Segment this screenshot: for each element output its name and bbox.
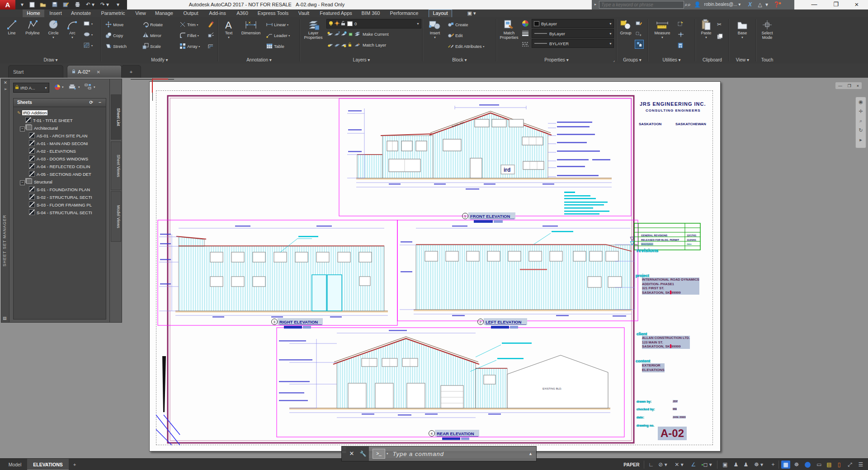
command-recent-dropdown-icon[interactable]: ▾: [387, 452, 388, 456]
dimension-button[interactable]: Dimension: [239, 19, 263, 35]
panel-label-modify[interactable]: Modify ▾: [101, 57, 218, 62]
new-tab-button[interactable]: +: [121, 65, 141, 78]
layer-thaw-icon[interactable]: [335, 21, 340, 27]
client-text[interactable]: ALLAN CONSTRUCTION LTD. 123 MAIN ST. SAS…: [642, 336, 690, 349]
match-properties-button[interactable]: Match Properties: [498, 19, 520, 40]
move-button[interactable]: Move: [105, 20, 123, 29]
rear-elevation-label[interactable]: 4 REAR ELEVATION: [429, 430, 480, 440]
front-elevation-label[interactable]: 1 FRONT ELEVATION: [462, 212, 516, 223]
group-button[interactable]: Group: [618, 19, 634, 35]
tree-item-sheet[interactable]: A-04 - REFLECTED CEILIN: [14, 163, 106, 170]
checked-by-value[interactable]: MB: [673, 408, 677, 410]
workspace-switch-icon[interactable]: ☸: [792, 461, 801, 469]
steering-wheel-icon[interactable]: ◉: [856, 97, 866, 107]
erase-icon[interactable]: [207, 20, 215, 29]
panel-label-groups[interactable]: Groups ▾: [617, 57, 648, 62]
scale-button[interactable]: Scale: [142, 42, 161, 51]
command-line-grip[interactable]: ::::::::::: [342, 446, 346, 461]
signed-in-user[interactable]: robin.beales@... ▾: [702, 0, 743, 9]
isolate-objects-icon[interactable]: ▭: [815, 461, 824, 469]
tree-item-sheet[interactable]: A-05 - SECTIONS AND DET: [14, 170, 106, 178]
command-input[interactable]: Type a command: [393, 451, 444, 457]
refresh-sheet-set-icon[interactable]: [54, 84, 61, 93]
paper-space-toggle[interactable]: PAPER: [621, 459, 642, 470]
linear-button[interactable]: Linear ▾: [266, 20, 288, 29]
sheet-selections-icon[interactable]: [85, 84, 92, 92]
block-edit-button[interactable]: Edit: [447, 31, 462, 40]
a360-connect-icon[interactable]: △: [756, 0, 764, 9]
publish-icon[interactable]: [68, 84, 76, 92]
layer-properties-button[interactable]: Layer Properties: [302, 19, 325, 40]
panel-label-block[interactable]: Block ▾: [423, 57, 496, 62]
mirror-button[interactable]: Mirror: [142, 31, 161, 40]
quick-calc-status-icon[interactable]: ▦: [781, 461, 790, 469]
palette-close-icon[interactable]: ✕: [1, 79, 9, 85]
tab-sheet-views[interactable]: Sheet Views: [111, 141, 121, 190]
tab-model-views[interactable]: Model Views: [111, 191, 121, 242]
quick-calc-icon[interactable]: [678, 41, 683, 50]
drawing-canvas[interactable]: ird SLOPE 4/12: [0, 78, 868, 458]
rotate-button[interactable]: Rotate: [142, 20, 163, 29]
group-selection-toggle-icon[interactable]: [635, 40, 644, 49]
doc-restore-icon[interactable]: ❐: [848, 84, 851, 88]
tree-item-sheet[interactable]: S-01 - FOUNDATION PLAN: [14, 186, 106, 193]
doc-minimize-icon[interactable]: —: [838, 84, 842, 88]
line-button[interactable]: Line: [3, 19, 21, 35]
group-edit-icon[interactable]: +: [636, 30, 642, 39]
match-layer-button[interactable]: Match Layer: [327, 40, 386, 49]
tab-manage[interactable]: Manage: [153, 9, 175, 17]
layer-select-dropdown[interactable]: 0 ▼: [326, 19, 421, 28]
lineweight-dropdown[interactable]: ByLayer▼: [532, 29, 614, 38]
color-wheel-icon[interactable]: [522, 19, 529, 28]
tree-item-subset-architectural[interactable]: −Architectural: [14, 124, 106, 132]
palette-pin-icon[interactable]: ➢: [1, 85, 9, 91]
command-history-icon[interactable]: ▲: [528, 451, 533, 456]
panel-label-layers[interactable]: Layers ▾: [300, 57, 423, 62]
tab-vault[interactable]: Vault: [295, 9, 313, 17]
copy-button[interactable]: Copy: [105, 31, 123, 40]
layer-dropdown-arrow-icon[interactable]: ▼: [416, 22, 421, 25]
arc-button[interactable]: Arc▼: [64, 19, 80, 40]
tab-annotate[interactable]: Annotate: [68, 9, 94, 17]
polyline-button[interactable]: Polyline: [23, 19, 42, 35]
customization-menu-icon[interactable]: ☰: [856, 461, 865, 469]
linetype-dropdown[interactable]: BYLAYER▼: [532, 39, 614, 48]
tree-item-subset-structural[interactable]: −Structural: [14, 178, 106, 186]
command-customize-icon[interactable]: 🔧: [357, 446, 369, 461]
tree-item-sheet[interactable]: A-01 - MAIN AND SECONI: [14, 140, 106, 147]
panel-label-view[interactable]: View ▾: [729, 57, 756, 62]
publish-dropdown-icon[interactable]: ▾: [78, 85, 80, 89]
panel-label-properties[interactable]: Properties ▾ ⌟: [496, 57, 617, 62]
annotation-visibility-icon[interactable]: ▣: [721, 461, 730, 469]
make-current-button[interactable]: Make Current: [327, 29, 389, 38]
layout-tab-elevations[interactable]: ELEVATIONS: [27, 459, 69, 470]
layer-on-icon[interactable]: [329, 21, 333, 27]
tab-add-ins[interactable]: Add-ins: [206, 9, 229, 17]
model-tab[interactable]: Model: [4, 459, 26, 470]
selections-dropdown-icon[interactable]: ▾: [94, 85, 95, 89]
panel-label-draw[interactable]: Draw ▾: [0, 57, 101, 62]
lock-ui-icon[interactable]: ▤: [825, 461, 834, 469]
command-close-icon[interactable]: ✕: [346, 446, 357, 461]
tab-output[interactable]: Output: [180, 9, 202, 17]
zoom-icon[interactable]: ⌕: [856, 116, 866, 126]
leader-button[interactable]: Leader ▾: [266, 31, 290, 40]
sheets-refresh-icon[interactable]: ⟳: [90, 99, 93, 107]
array-button[interactable]: Array ▾: [179, 42, 200, 51]
tree-item-sheet-set-root[interactable]: ✎ IRD Addition: [14, 109, 106, 117]
tree-item-sheet[interactable]: S-04 - STRUCTURAL SECTI: [14, 209, 106, 216]
paste-button[interactable]: Paste▼: [698, 19, 714, 40]
lineweight-list-icon[interactable]: [522, 29, 529, 38]
measure-button[interactable]: Measure▼: [651, 19, 673, 40]
drawn-by-value[interactable]: JDF: [673, 400, 678, 403]
ellipse-tool-icon[interactable]: ▾: [83, 30, 93, 39]
id-point-icon[interactable]: [678, 30, 684, 39]
tab-bim-360[interactable]: BIM 360: [359, 9, 382, 17]
close-button[interactable]: ×: [850, 0, 863, 9]
offset-icon[interactable]: [207, 42, 215, 51]
text-button[interactable]: A Text▼: [221, 19, 237, 40]
project-text[interactable]: INTERNATIONAL ROAD DYNAMICS ADDITION- PH…: [642, 277, 699, 295]
hatch-tool-icon[interactable]: ▾: [83, 41, 93, 50]
annotation-scale-icon[interactable]: ♟: [741, 461, 750, 469]
command-line[interactable]: :::::::::: ✕ 🔧 >_ ▾ Type a command ▲: [341, 446, 537, 461]
